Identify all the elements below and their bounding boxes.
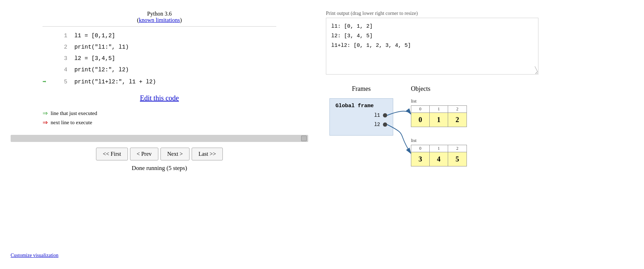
- progress-thumb[interactable]: [301, 136, 307, 141]
- list-cell-1-1: 14: [430, 145, 448, 166]
- cell-value-1-2: 5: [448, 152, 467, 166]
- frames-heading: Frames: [352, 85, 371, 93]
- cell-value-0-2: 2: [448, 113, 467, 127]
- code-text-5: print("l1+l2:", l1 + l2): [74, 76, 156, 88]
- code-line-3: 3l2 = [3,4,5]: [43, 53, 276, 64]
- known-limitations-link[interactable]: known limitations: [139, 17, 180, 23]
- list-cell-0-0: 00: [411, 106, 430, 127]
- cell-index-0-0: 0: [411, 106, 429, 113]
- progress-bar[interactable]: [11, 135, 308, 142]
- cell-value-0-0: 0: [411, 113, 429, 127]
- print-output-line: l1+l2: [0, 1, 2, 3, 4, 5]: [331, 41, 533, 50]
- code-line-5: ➡5print("l1+l2:", l1 + l2): [43, 76, 276, 88]
- frame-row-l1: l1: [335, 112, 387, 118]
- print-output-label: Print output (drag lower right corner to…: [326, 11, 637, 16]
- list-cell-0-1: 11: [430, 106, 448, 127]
- legend: ⇒ line that just executed ⇒ next line to…: [43, 109, 276, 128]
- code-line-4: 4print("l2:", l2): [43, 64, 276, 76]
- frame-row-l2: l2: [335, 122, 387, 127]
- code-text-1: l1 = [0,1,2]: [74, 30, 115, 42]
- list-cell-1-2: 25: [448, 145, 467, 166]
- cell-index-0-1: 1: [430, 106, 448, 113]
- next-button[interactable]: Next >: [160, 148, 190, 160]
- global-frame-box: Global frame l1 l2: [329, 98, 393, 136]
- object-group-1: list031425: [411, 138, 467, 166]
- nav-buttons: << First < Prev Next > Last >>: [96, 148, 222, 160]
- resize-handle-icon[interactable]: ╲: [535, 66, 537, 73]
- list-box-1: 031425: [411, 145, 467, 166]
- code-text-2: print("l1:", l1): [74, 42, 129, 53]
- line-number-5: 5: [57, 76, 67, 88]
- code-text-3: l2 = [3,4,5]: [74, 53, 115, 64]
- first-button[interactable]: << First: [96, 148, 128, 160]
- print-output-line: l2: [3, 4, 5]: [331, 31, 533, 41]
- cell-value-1-0: 3: [411, 152, 429, 166]
- object-label-1: list: [411, 138, 467, 143]
- frames-column: Frames Global frame l1 l2: [326, 85, 397, 177]
- objects-heading: Objects: [411, 85, 430, 93]
- pointer-dot-l2: [383, 122, 387, 127]
- global-frame-title: Global frame: [335, 103, 387, 109]
- object-group-0: list001122: [411, 98, 467, 127]
- cell-value-1-1: 4: [430, 152, 448, 166]
- print-output-line: l1: [0, 1, 2]: [331, 22, 533, 31]
- cell-index-1-0: 0: [411, 145, 429, 152]
- red-arrow-icon: ⇒: [43, 119, 48, 126]
- legend-red-label: next line to execute: [51, 120, 92, 126]
- code-text-4: print("l2:", l2): [74, 64, 129, 76]
- line-number-2: 2: [57, 42, 67, 53]
- object-label-0: list: [411, 98, 467, 104]
- line-arrow-5: ➡: [43, 76, 53, 88]
- objects-column: Objects list001122list031425: [411, 85, 467, 177]
- last-button[interactable]: Last >>: [192, 148, 223, 160]
- done-text: Done running (5 steps): [132, 165, 187, 172]
- legend-red: ⇒ next line to execute: [43, 119, 276, 126]
- python-version-label: Python 3.6 (known limitations): [137, 11, 182, 23]
- line-number-4: 4: [57, 64, 67, 76]
- var-l1-label: l1: [374, 112, 380, 118]
- progress-fill: [11, 135, 308, 142]
- python-version-text: Python 3.6: [147, 11, 171, 17]
- line-number-1: 1: [57, 30, 67, 42]
- prev-button[interactable]: < Prev: [130, 148, 158, 160]
- var-l2-label: l2: [374, 122, 380, 127]
- line-number-3: 3: [57, 53, 67, 64]
- edit-code-link[interactable]: Edit this code: [140, 94, 179, 102]
- code-line-2: 2print("l1:", l1): [43, 42, 276, 53]
- green-arrow-icon: ⇒: [43, 109, 48, 117]
- cell-index-1-1: 1: [430, 145, 448, 152]
- legend-green-label: line that just executed: [51, 110, 97, 116]
- legend-green: ⇒ line that just executed: [43, 109, 276, 117]
- list-box-0: 001122: [411, 105, 467, 127]
- print-output-box[interactable]: l1: [0, 1, 2]l2: [3, 4, 5]l1+l2: [0, 1, …: [326, 18, 538, 75]
- right-panel: Print output (drag lower right corner to…: [319, 7, 644, 262]
- pointer-dot-l1: [383, 113, 387, 117]
- code-area: 1l1 = [0,1,2]2print("l1:", l1)3l2 = [3,4…: [43, 26, 276, 88]
- left-panel: Python 3.6 (known limitations) 1l1 = [0,…: [0, 7, 319, 262]
- cell-value-0-1: 1: [430, 113, 448, 127]
- list-cell-1-0: 03: [411, 145, 430, 166]
- cell-index-1-2: 2: [448, 145, 467, 152]
- customize-link[interactable]: Customize visualization: [11, 253, 58, 258]
- visualization-container: Frames Global frame l1 l2 Objects list00: [326, 85, 637, 177]
- list-cell-0-2: 22: [448, 106, 467, 127]
- cell-index-0-2: 2: [448, 106, 467, 113]
- code-line-1: 1l1 = [0,1,2]: [43, 30, 276, 42]
